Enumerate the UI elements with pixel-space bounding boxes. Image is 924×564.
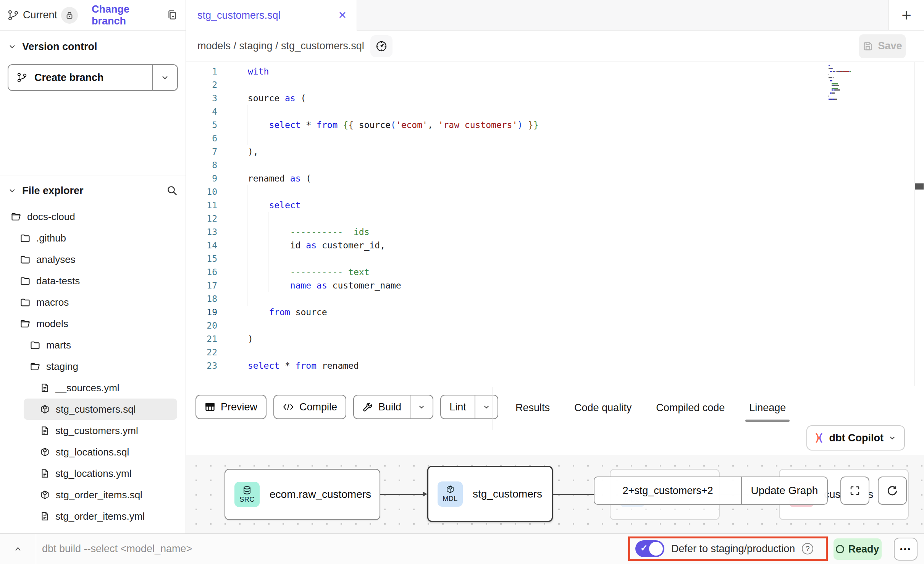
help-icon[interactable]: ? <box>802 543 813 554</box>
scrollbar-thumb[interactable] <box>915 183 924 190</box>
code-line-23[interactable]: 23select * from renamed <box>186 359 924 373</box>
dbt-copilot-button[interactable]: dbt Copilot <box>806 425 905 451</box>
folder-icon <box>20 276 31 286</box>
line-number: 1 <box>186 65 227 78</box>
code-line-8[interactable]: 8 <box>186 159 924 172</box>
close-icon[interactable]: ✕ <box>338 9 347 21</box>
code-line-5[interactable]: 5 select * from {{ source('ecom', 'raw_c… <box>186 118 924 132</box>
code-line-10[interactable]: 10 <box>186 185 924 199</box>
tab-lineage[interactable]: Lineage <box>749 386 786 429</box>
code-line-21[interactable]: 21) <box>186 332 924 346</box>
cube-icon <box>446 485 455 494</box>
code-line-18[interactable]: 18 <box>186 292 924 306</box>
tab-code-quality[interactable]: Code quality <box>574 386 632 429</box>
line-number: 18 <box>186 292 227 306</box>
create-branch-button[interactable]: Create branch <box>8 64 178 91</box>
refresh-button[interactable] <box>878 476 907 505</box>
file-item-.github[interactable]: .github <box>0 227 186 249</box>
create-branch-dropdown[interactable] <box>152 65 177 90</box>
code-line-13[interactable]: 13 ---------- ids <box>186 225 924 239</box>
lineage-panel[interactable]: SRC ecom.raw_customers MDL stg_customers… <box>186 455 924 533</box>
code-text: select <box>227 199 300 212</box>
file-item-analyses[interactable]: analyses <box>0 249 186 270</box>
file-item-stg_order_items.sql[interactable]: stg_order_items.sql <box>0 484 186 506</box>
collapse-panel-button[interactable] <box>0 534 36 564</box>
code-line-9[interactable]: 9renamed as ( <box>186 172 924 185</box>
file-item-stg_locations.yml[interactable]: stg_locations.yml <box>0 463 186 484</box>
code-text <box>227 252 248 266</box>
defer-toggle[interactable]: ✓ <box>635 540 664 557</box>
code-text <box>227 185 248 199</box>
build-button[interactable]: Build <box>353 395 433 419</box>
code-line-16[interactable]: 16 ---------- text <box>186 266 924 279</box>
code-lines: 1with23source as (45 select * from {{ so… <box>186 62 924 373</box>
lineage-node-model-selected[interactable]: MDL stg_customers <box>427 466 553 522</box>
code-line-1[interactable]: 1with <box>186 65 924 78</box>
compile-button[interactable]: Compile <box>273 395 346 419</box>
change-branch-link[interactable]: Change branch <box>92 3 166 27</box>
copy-icon[interactable] <box>166 10 178 21</box>
line-number: 2 <box>186 78 227 92</box>
tab-results[interactable]: Results <box>515 386 550 429</box>
code-line-15[interactable]: 15 <box>186 252 924 266</box>
dbt-copilot-label: dbt Copilot <box>829 432 884 444</box>
code-text <box>227 132 248 145</box>
file-item-models[interactable]: models <box>0 313 186 334</box>
command-input[interactable]: dbt build --select <model_name> <box>42 534 192 564</box>
line-number: 22 <box>186 346 227 359</box>
file-item-marts[interactable]: marts <box>0 334 186 356</box>
lineage-node-source[interactable]: SRC ecom.raw_customers <box>225 469 380 520</box>
overflow-menu-button[interactable]: ••• <box>894 538 918 561</box>
search-icon[interactable] <box>166 185 178 196</box>
code-line-2[interactable]: 2 <box>186 78 924 92</box>
code-line-3[interactable]: 3source as ( <box>186 92 924 105</box>
code-line-19[interactable]: 19 from source <box>186 306 924 319</box>
file-item-docs-cloud[interactable]: docs-cloud <box>0 206 186 227</box>
code-text <box>227 159 248 172</box>
file-item-macros[interactable]: macros <box>0 292 186 313</box>
file-item-data-tests[interactable]: data-tests <box>0 270 186 292</box>
code-line-11[interactable]: 11 select <box>186 199 924 212</box>
tab-compiled-code[interactable]: Compiled code <box>656 386 725 429</box>
code-line-17[interactable]: 17 name as customer_name <box>186 279 924 292</box>
panel-bar: Preview Compile <box>186 386 924 455</box>
code-editor[interactable]: 1with23source as (45 select * from {{ so… <box>186 62 924 386</box>
chevron-down-icon[interactable] <box>8 186 17 195</box>
code-line-22[interactable]: 22 <box>186 346 924 359</box>
status-bar: dbt build --select <model_name> ✓ Defer … <box>0 533 924 564</box>
preview-button[interactable]: Preview <box>195 395 267 419</box>
git-branch-icon <box>17 72 27 83</box>
build-dropdown[interactable] <box>410 395 433 418</box>
file-item-__sources.yml[interactable]: __sources.yml <box>0 377 186 399</box>
code-line-14[interactable]: 14 id as customer_id, <box>186 239 924 252</box>
file-item-staging[interactable]: staging <box>0 356 186 377</box>
folder-icon <box>30 340 40 350</box>
code-line-20[interactable]: 20 <box>186 319 924 332</box>
file-item-stg_customers.yml[interactable]: stg_customers.yml <box>0 420 186 441</box>
tab-stg-customers-sql[interactable]: stg_customers.sql ✕ <box>186 0 357 31</box>
file-item-stg_order_items.yml[interactable]: stg_order_items.yml <box>0 506 186 527</box>
code-text: ---------- text <box>227 266 370 279</box>
new-tab-button[interactable]: + <box>888 0 924 31</box>
line-number: 5 <box>186 118 227 132</box>
update-graph-button[interactable]: Update Graph <box>742 477 827 504</box>
defer-label: Defer to staging/production <box>671 543 795 555</box>
save-button[interactable]: Save <box>859 34 906 58</box>
fullscreen-button[interactable] <box>840 476 869 505</box>
lint-dropdown[interactable] <box>475 395 498 418</box>
lineage-selector-input[interactable]: 2+stg_customers+2 <box>594 477 742 504</box>
lint-button[interactable]: Lint <box>440 395 498 419</box>
gauge-icon[interactable] <box>370 35 393 57</box>
editor-minimap[interactable] <box>829 65 875 100</box>
chevron-down-icon[interactable] <box>8 42 17 51</box>
code-text <box>227 78 248 92</box>
code-line-6[interactable]: 6 <box>186 132 924 145</box>
refresh-icon <box>886 485 898 497</box>
code-line-4[interactable]: 4 <box>186 105 924 118</box>
folder-icon <box>20 233 31 243</box>
file-item-stg_customers.sql[interactable]: stg_customers.sql <box>24 399 177 420</box>
file-item-stg_locations.sql[interactable]: stg_locations.sql <box>0 441 186 463</box>
code-line-12[interactable]: 12 <box>186 212 924 225</box>
editor-scrollbar[interactable] <box>914 62 924 386</box>
code-line-7[interactable]: 7), <box>186 145 924 159</box>
